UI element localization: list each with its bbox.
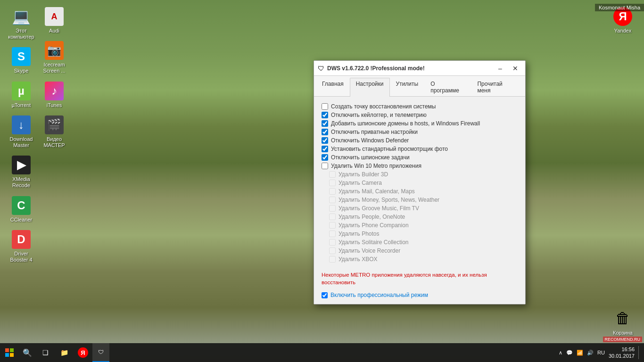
icon-skype[interactable]: S Skype xyxy=(5,45,38,76)
taskbar-clock[interactable]: 16:56 30.01.2017 xyxy=(609,346,635,360)
tray-message-icon: 💬 xyxy=(566,350,573,356)
icon-utorrent[interactable]: µ µTorrent xyxy=(5,79,38,111)
checkbox-camera-input[interactable] xyxy=(329,180,336,186)
dws-title: DWS v1.6.722.0 !Professional mode! xyxy=(327,65,491,72)
icecream-icon: 📷 xyxy=(45,41,64,60)
icon-this-computer[interactable]: 💻 Этот компьютер xyxy=(5,5,38,42)
tray-arrow[interactable]: ∧ xyxy=(559,350,562,356)
recycle-bin-icon: 🗑 xyxy=(615,310,630,327)
checkbox-money: Удалить Money, Sports, News, Weather xyxy=(322,196,518,204)
icon-label-recycle-bin: Корзина xyxy=(613,330,633,336)
close-button[interactable]: ✕ xyxy=(509,64,521,73)
icon-recycle-bin[interactable]: 🗑 Корзина xyxy=(606,307,639,338)
minimize-button[interactable]: – xyxy=(494,64,506,73)
checkbox-private-settings: Отключить приватные настройки xyxy=(322,128,518,136)
file-explorer-icon: 📁 xyxy=(60,349,68,356)
utorrent-icon: µ xyxy=(12,82,31,100)
search-icon: 🔍 xyxy=(23,348,32,357)
system-tray: ∧ 💬 📶 🔊 RU 16:56 30.01.2017 xyxy=(555,346,644,360)
tray-language: RU xyxy=(597,350,605,355)
dws-taskbar-app[interactable]: 🛡 xyxy=(92,343,109,362)
start-button[interactable] xyxy=(0,343,19,362)
checkbox-mail-input[interactable] xyxy=(329,188,336,195)
task-view-button[interactable]: ❑ xyxy=(36,343,55,362)
checkbox-spy-domains: Добавить шпионские домены в hosts, и Win… xyxy=(322,119,518,128)
checkbox-metro-apps-input[interactable] xyxy=(322,163,328,169)
tab-main[interactable]: Главная xyxy=(316,78,350,96)
tab-about[interactable]: О программе xyxy=(424,78,471,96)
show-desktop-button[interactable] xyxy=(638,346,640,359)
icon-label-this-computer: Этот компьютер xyxy=(7,28,35,40)
checkbox-photo-viewer-input[interactable] xyxy=(322,146,328,152)
clock-time: 16:56 xyxy=(621,346,635,353)
checkbox-camera-label: Удалить Camera xyxy=(339,180,382,186)
tab-readme[interactable]: Прочитай меня xyxy=(471,78,523,96)
checkbox-money-input[interactable] xyxy=(329,197,336,203)
icon-label-itunes: iTunes xyxy=(47,102,62,108)
icon-xmedia[interactable]: ▶ XMedia Recode xyxy=(5,153,38,191)
checkbox-people: Удалить People, OneNote xyxy=(322,213,518,221)
checkbox-camera: Удалить Camera xyxy=(322,179,518,187)
checkbox-photos-input[interactable] xyxy=(329,230,336,237)
icon-label-yandex: Yandex xyxy=(614,28,632,34)
checkbox-groove-label: Удалить Groove Music, Film TV xyxy=(339,205,419,212)
icon-ccleaner[interactable]: C CCleaner xyxy=(5,194,38,225)
checkbox-spy-tasks-label: Отключить шпионские задачи xyxy=(331,154,410,161)
icon-label-skype: Skype xyxy=(14,68,29,74)
checkbox-defender: Отключить Windows Defender xyxy=(322,136,518,145)
task-view-icon: ❑ xyxy=(42,349,49,356)
checkbox-professional-input[interactable] xyxy=(322,292,328,298)
checkbox-builder3d-input[interactable] xyxy=(329,171,336,178)
dws-window: 🛡 DWS v1.6.722.0 !Professional mode! – ✕… xyxy=(314,60,526,304)
icon-label-utorrent: µTorrent xyxy=(12,102,31,108)
checkbox-spy-domains-input[interactable] xyxy=(322,120,328,127)
tab-settings[interactable]: Настройки xyxy=(350,78,390,97)
checkbox-voice-recorder-input[interactable] xyxy=(329,247,336,254)
checkbox-restore-point-input[interactable] xyxy=(322,103,328,110)
professional-mode-label[interactable]: Включить профессиональный режим xyxy=(330,292,428,298)
checkbox-people-label: Удалить People, OneNote xyxy=(339,214,405,220)
checkbox-phone-input[interactable] xyxy=(329,222,336,229)
icon-download-master[interactable]: ↓ Download Master xyxy=(5,113,38,151)
tab-utils[interactable]: Утилиты xyxy=(390,78,425,96)
icon-label-icecream: Icecream Screen ... xyxy=(40,62,68,74)
checkbox-builder3d-label: Удалить Builder 3D xyxy=(339,171,388,178)
checkbox-groove-input[interactable] xyxy=(329,205,336,212)
checkbox-private-settings-input[interactable] xyxy=(322,129,328,135)
taskbar: 🔍 ❑ 📁 Я 🛡 ∧ 💬 📶 🔊 RU 16:56 30.01.2017 xyxy=(0,343,644,362)
checkbox-spy-tasks-input[interactable] xyxy=(322,154,328,161)
checkbox-builder3d: Удалить Builder 3D xyxy=(322,170,518,179)
checkbox-money-label: Удалить Money, Sports, News, Weather xyxy=(339,197,439,203)
yandex-browser-taskbar[interactable]: Я xyxy=(74,343,92,362)
checkbox-professional-mode: Включить профессиональный режим xyxy=(322,292,518,298)
dws-settings-content: Создать точку восстановления системы Отк… xyxy=(314,97,525,304)
recycle-bin-area: 🗑 Корзина xyxy=(606,307,639,338)
checkbox-keylogger-input[interactable] xyxy=(322,112,328,118)
checkbox-keylogger: Отключить кейлоггер, и телеметрию xyxy=(322,111,518,119)
dws-tabs: Главная Настройки Утилиты О программе Пр… xyxy=(314,76,525,97)
icon-driver-booster[interactable]: D Driver Booster 4 xyxy=(5,228,38,265)
checkbox-defender-label: Отключить Windows Defender xyxy=(331,137,409,144)
icon-icecream[interactable]: 📷 Icecream Screen ... xyxy=(38,39,71,76)
dws-titlebar: 🛡 DWS v1.6.722.0 !Professional mode! – ✕ xyxy=(314,61,525,76)
icon-itunes[interactable]: ♪ iTunes xyxy=(38,79,71,111)
checkbox-xbox-input[interactable] xyxy=(329,256,336,263)
tray-volume-icon: 🔊 xyxy=(587,350,594,356)
checkbox-voice-recorder: Удалить Voice Recorder xyxy=(322,247,518,255)
checkbox-metro-apps-label: Удалить Win 10 Metro приложения xyxy=(331,163,421,169)
svg-text:A: A xyxy=(51,12,58,21)
yandex-taskbar-icon: Я xyxy=(78,347,88,358)
search-button[interactable]: 🔍 xyxy=(19,343,36,362)
itunes-icon: ♪ xyxy=(45,82,64,100)
checkbox-defender-input[interactable] xyxy=(322,137,328,144)
svg-rect-3 xyxy=(10,348,14,352)
dws-warning-text: Некоторые METRO приложения удаляются нав… xyxy=(322,269,518,288)
icon-label-video-master: Видео МАСТЕР xyxy=(40,136,68,148)
checkbox-people-input[interactable] xyxy=(329,214,336,220)
icon-video-master[interactable]: 🎬 Видео МАСТЕР xyxy=(38,113,71,151)
file-explorer-button[interactable]: 📁 xyxy=(55,343,74,362)
watermark-top: Kosmonaut Misha xyxy=(595,4,644,11)
icon-audi[interactable]: A Audi xyxy=(38,5,71,36)
xmedia-icon: ▶ xyxy=(12,156,31,174)
checkbox-solitaire-input[interactable] xyxy=(329,239,336,246)
